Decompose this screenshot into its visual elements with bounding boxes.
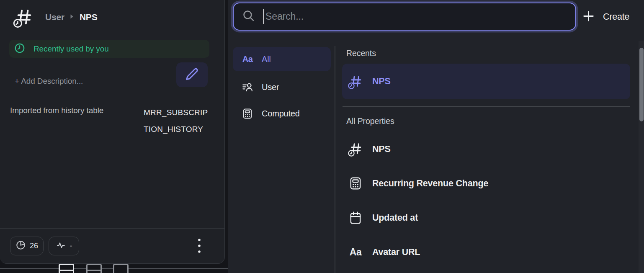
background-column-icon [59, 264, 74, 273]
app-screen: User NPS Recently used by you + Add Desc… [0, 0, 644, 273]
filter-tab-all[interactable]: Aa All [233, 47, 331, 71]
property-item-label: Avatar URL [372, 247, 420, 258]
text-type-icon: Aa [348, 247, 363, 258]
calendar-icon [348, 211, 363, 225]
breadcrumb: User NPS [45, 12, 98, 22]
text-type-icon: Aa [242, 54, 253, 64]
property-picker-popover: Search... Create Aa All User [228, 0, 644, 273]
trend-badge[interactable]: - [49, 237, 79, 255]
property-item-avatar-url[interactable]: Aa Avatar URL [342, 241, 630, 263]
property-item-recurring-revenue-change[interactable]: Recurring Revenue Change [342, 173, 630, 194]
search-icon [242, 9, 255, 24]
plus-icon [582, 10, 595, 24]
create-button[interactable]: Create [582, 5, 629, 28]
create-button-label: Create [603, 12, 629, 22]
property-item-label: Updated at [372, 213, 418, 223]
filter-tab-user[interactable]: User [233, 75, 331, 99]
property-details-panel: User NPS Recently used by you + Add Desc… [0, 0, 225, 264]
footer-divider [0, 228, 224, 229]
edit-description-button[interactable] [176, 62, 208, 87]
kebab-menu-icon [198, 238, 201, 255]
column-divider [335, 46, 335, 273]
usage-count-value: 26 [30, 242, 38, 250]
pencil-icon [185, 67, 199, 82]
pie-chart-icon [15, 240, 26, 252]
search-placeholder: Search... [265, 11, 304, 22]
property-item-nps[interactable]: NPS [342, 138, 630, 160]
usage-count-badge[interactable]: 26 [10, 237, 44, 255]
background-column-icon [86, 264, 102, 273]
more-options-button[interactable] [193, 236, 206, 256]
all-properties-header: All Properties [346, 116, 394, 126]
breadcrumb-current: NPS [80, 12, 98, 22]
text-caret [263, 9, 264, 24]
breadcrumb-parent[interactable]: User [45, 12, 64, 22]
user-list-icon [242, 81, 253, 93]
meta-label: Imported from history table [10, 106, 103, 115]
property-item-updated-at[interactable]: Updated at [342, 207, 630, 229]
results-divider [343, 106, 630, 107]
recent-item-nps[interactable]: NPS [342, 64, 630, 99]
add-description-button[interactable]: + Add Description... [15, 77, 83, 86]
calculator-icon [348, 176, 363, 191]
property-item-label: NPS [372, 144, 391, 155]
number-property-icon [348, 141, 363, 157]
number-property-icon [13, 6, 34, 31]
meta-value: MRR_SUBSCRIPTION_HISTORY [144, 104, 211, 137]
filter-tab-label: User [262, 82, 279, 92]
clock-icon [14, 43, 25, 55]
filter-tab-label: Computed [262, 109, 300, 118]
search-input[interactable]: Search... [233, 3, 576, 31]
scrollbar-thumb[interactable] [639, 48, 644, 121]
background-column-icon [113, 264, 129, 273]
property-item-label: Recurring Revenue Change [372, 178, 488, 189]
recent-item-label: NPS [372, 76, 391, 87]
number-property-icon [348, 73, 363, 90]
recents-header: Recents [346, 49, 376, 58]
recently-used-label: Recently used by you [33, 44, 109, 54]
filter-tab-label: All [262, 54, 271, 64]
chevron-right-icon [70, 13, 74, 21]
scrollbar-track[interactable] [639, 41, 644, 273]
activity-icon [56, 240, 66, 252]
filter-tab-computed[interactable]: Computed [233, 101, 331, 126]
calculator-icon [242, 108, 253, 120]
trend-value: - [70, 242, 72, 250]
recently-used-badge: Recently used by you [9, 40, 209, 58]
